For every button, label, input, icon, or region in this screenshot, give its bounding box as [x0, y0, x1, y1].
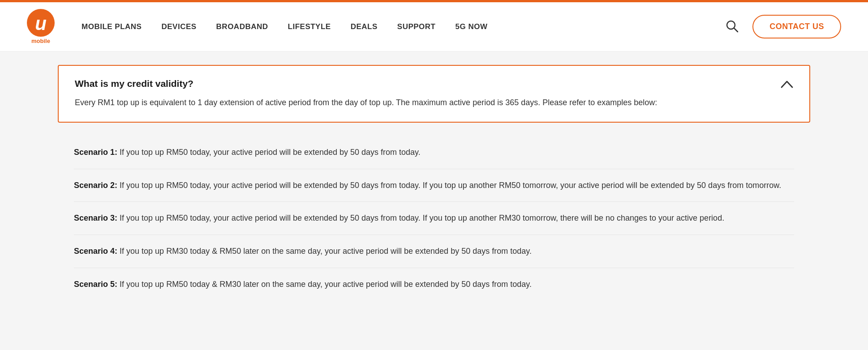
main-nav: MOBILE PLANS DEVICES BROADBAND LIFESTYLE…	[82, 22, 725, 31]
nav-deals[interactable]: DEALS	[351, 22, 378, 31]
scenario-5-label: Scenario 5:	[74, 280, 117, 289]
search-icon	[725, 19, 739, 33]
accordion-collapse-button[interactable]	[781, 78, 793, 91]
nav-broadband[interactable]: BROADBAND	[216, 22, 268, 31]
nav-support[interactable]: SUPPORT	[397, 22, 436, 31]
logo-text: mobile	[31, 38, 50, 44]
scenario-4-label: Scenario 4:	[74, 247, 117, 256]
scenario-item: Scenario 1: If you top up RM50 today, yo…	[74, 136, 794, 169]
nav-right: CONTACT US	[725, 15, 841, 38]
nav-devices[interactable]: DEVICES	[161, 22, 196, 31]
scenario-2-text: If you top up RM50 today, your active pe…	[120, 181, 781, 190]
scenario-item: Scenario 3: If you top up RM50 today, yo…	[74, 202, 794, 235]
chevron-up-icon	[781, 80, 793, 88]
scenario-item: Scenario 5: If you top up RM50 today & R…	[74, 268, 794, 301]
u-mobile-logo-icon: u	[27, 9, 55, 37]
faq-title: What is my credit validity?	[75, 78, 793, 89]
nav-lifestyle[interactable]: LIFESTYLE	[288, 22, 331, 31]
nav-5g-now[interactable]: 5G NOW	[455, 22, 487, 31]
search-button[interactable]	[725, 19, 739, 35]
scenario-1-text: If you top up RM50 today, your active pe…	[120, 148, 421, 157]
main-header: u mobile MOBILE PLANS DEVICES BROADBAND …	[0, 2, 868, 51]
faq-body: Every RM1 top up is equivalent to 1 day …	[75, 96, 793, 109]
scenario-item: Scenario 4: If you top up RM30 today & R…	[74, 235, 794, 268]
scenario-3-text: If you top up RM50 today, your active pe…	[120, 213, 724, 222]
scenario-1-label: Scenario 1:	[74, 148, 117, 157]
contact-us-button[interactable]: CONTACT US	[752, 15, 841, 38]
logo-area[interactable]: u mobile	[27, 9, 55, 44]
scenario-2-label: Scenario 2:	[74, 181, 117, 190]
svg-line-3	[734, 28, 738, 32]
scenario-item: Scenario 2: If you top up RM50 today, yo…	[74, 169, 794, 202]
svg-text:u: u	[35, 13, 47, 34]
scenarios-container: Scenario 1: If you top up RM50 today, yo…	[58, 136, 810, 301]
scenario-5-text: If you top up RM50 today & RM30 later on…	[120, 280, 532, 289]
faq-accordion-box: What is my credit validity? Every RM1 to…	[58, 65, 810, 123]
scenario-4-text: If you top up RM30 today & RM50 later on…	[120, 247, 532, 256]
nav-mobile-plans[interactable]: MOBILE PLANS	[82, 22, 142, 31]
main-content: What is my credit validity? Every RM1 to…	[31, 51, 837, 328]
scenario-3-label: Scenario 3:	[74, 213, 117, 222]
